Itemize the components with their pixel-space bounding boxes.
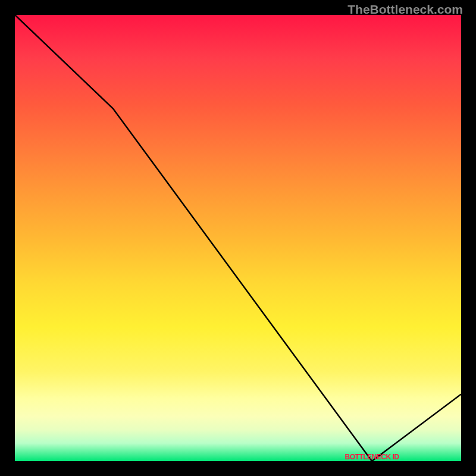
watermark-text: TheBottleneck.com <box>347 2 463 17</box>
chart-curve-svg <box>15 15 461 461</box>
bottleneck-curve-path <box>15 15 461 461</box>
chart-plot-area: BOTTLENECK ID <box>15 15 461 461</box>
vertex-label: BOTTLENECK ID <box>345 453 399 461</box>
